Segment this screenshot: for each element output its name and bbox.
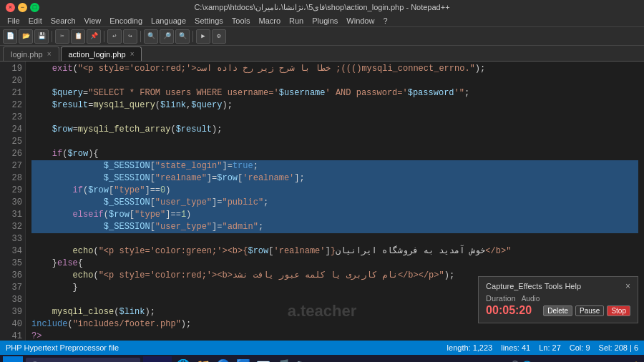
taskbar-app-2[interactable]: 🌐 <box>175 357 192 362</box>
menu-tools[interactable]: Tools <box>228 14 255 26</box>
code-line-41: ?> <box>31 331 638 341</box>
code-line-30: $_SESSION["user_type"]="public"; <box>31 197 638 209</box>
float-panel-duration-row: Duration Audio <box>486 294 630 303</box>
code-line-32: $_SESSION["user_type"]="admin"; <box>31 221 638 233</box>
close-button[interactable]: × <box>6 3 15 12</box>
menu-settings[interactable]: Settings <box>190 14 228 26</box>
taskbar-app-4[interactable]: 🔵 <box>215 357 232 362</box>
toolbar-cut[interactable]: ✂ <box>55 29 69 44</box>
float-panel-close-button[interactable]: × <box>625 281 630 291</box>
status-left: PHP Hypertext Preprocessor file <box>6 343 119 352</box>
status-sel: Sel: 208 | 6 <box>599 343 638 352</box>
toolbar-run[interactable]: ▶ <box>196 29 210 44</box>
code-line-20 <box>31 75 638 87</box>
float-panel-controls-row: 00:05:20 Delete Pause Stop <box>486 304 630 317</box>
toolbar-sep1 <box>52 31 52 42</box>
code-line-24: $row=mysqli_fetch_array($result); <box>31 124 638 136</box>
toolbar-open[interactable]: 📂 <box>19 29 33 44</box>
status-col: Col: 9 <box>570 343 590 352</box>
tab-action-login-label: action_login.php <box>69 50 126 59</box>
code-line-27: $_SESSION["state_login"]=true; <box>31 160 638 172</box>
menu-view[interactable]: View <box>80 14 106 26</box>
status-filetype: PHP Hypertext Preprocessor file <box>6 343 119 352</box>
tab-action-login-close[interactable]: × <box>130 50 135 58</box>
menubar: File Edit Search View Encoding Language … <box>0 14 644 27</box>
toolbar-settings[interactable]: ⚙ <box>212 29 226 44</box>
code-line-23 <box>31 112 638 124</box>
tab-login-label: login.php <box>11 50 43 59</box>
status-lines: lines: 41 <box>501 343 530 352</box>
code-line-19: exit("<p style='color:red;'>.mysqli_conn… <box>31 63 638 75</box>
toolbar-save[interactable]: 💾 <box>34 29 49 44</box>
toolbar-find[interactable]: 🔍 <box>144 29 158 44</box>
delete-button[interactable]: Delete <box>543 305 572 316</box>
maximize-button[interactable]: □ <box>30 3 39 12</box>
menu-language[interactable]: Language <box>147 14 190 26</box>
taskbar-app-3[interactable]: 📁 <box>195 357 212 362</box>
menu-help[interactable]: ? <box>379 14 391 26</box>
tabbar: login.php × action_login.php × <box>0 46 644 62</box>
menu-macro[interactable]: Macro <box>254 14 285 26</box>
toolbar-zoom-out[interactable]: 🔍 <box>175 29 190 44</box>
toolbar-sep4 <box>192 31 193 42</box>
toolbar-copy[interactable]: 📋 <box>71 29 85 44</box>
code-line-28: $_SESSION["realname"]=$row['realname']; <box>31 172 638 185</box>
taskbar-left: ⊞ 🔍 Type here to search NP++ 🌐 📁 🔵 🟦 <box>3 356 312 362</box>
float-panel: Capture_Effects Tools Help × Duration Au… <box>478 276 638 323</box>
taskbar: ⊞ 🔍 Type here to search NP++ 🌐 📁 🔵 🟦 <box>0 355 644 362</box>
toolbar-undo[interactable]: ↩ <box>107 29 122 44</box>
code-line-33 <box>31 233 638 245</box>
taskbar-app-7[interactable]: 🎵 <box>275 357 292 362</box>
code-line-35: }else{ <box>31 258 638 270</box>
float-panel-title: Capture_Effects Tools Help <box>486 282 581 290</box>
menu-plugins[interactable]: Plugins <box>308 14 342 26</box>
taskbar-app-6[interactable]: 📧 <box>255 357 272 362</box>
toolbar-redo[interactable]: ↪ <box>123 29 137 44</box>
toolbar-sep3 <box>140 31 141 42</box>
code-line-31: elseif($row["type"]==1) <box>31 209 638 221</box>
taskbar-app-1[interactable]: NP++ <box>143 356 172 362</box>
code-line-22: $result=mysqli_query($link,$query); <box>31 99 638 112</box>
toolbar: 📄 📂 💾 ✂ 📋 📌 ↩ ↪ 🔍 🔎 🔍 ▶ ⚙ <box>0 27 644 46</box>
duration-value: 00:05:20 <box>486 304 532 317</box>
toolbar-zoom-in[interactable]: 🔎 <box>160 29 174 44</box>
status-ln: Ln: 27 <box>539 343 561 352</box>
menu-run[interactable]: Run <box>285 14 308 26</box>
stop-button[interactable]: Stop <box>607 305 630 316</box>
minimize-button[interactable]: − <box>18 3 27 12</box>
code-line-21: $query="SELECT * FROM users WHERE userna… <box>31 87 638 99</box>
pause-button[interactable]: Pause <box>575 305 604 316</box>
line-numbers: 19 20 21 22 23 24 25 26 27 28 29 30 31 3… <box>0 62 26 341</box>
menu-window[interactable]: Window <box>342 14 379 26</box>
start-button[interactable]: ⊞ <box>3 356 23 362</box>
tab-login-close[interactable]: × <box>47 50 52 58</box>
audio-label: Audio <box>522 295 540 303</box>
code-line-34: echo("<p style='color:green;'><b>{$row['… <box>31 245 638 258</box>
menu-edit[interactable]: Edit <box>24 14 47 26</box>
statusbar: PHP Hypertext Preprocessor file length: … <box>0 341 644 355</box>
duration-label: Duration <box>486 294 516 303</box>
window-title: C:\xampp\htdocs\فای5\،نژانشا\،نامیران\sh… <box>49 3 595 12</box>
menu-file[interactable]: File <box>3 14 24 26</box>
code-line-29: if($row["type"]==0) <box>31 185 638 197</box>
menu-encoding[interactable]: Encoding <box>105 14 147 26</box>
toolbar-paste[interactable]: 📌 <box>87 29 101 44</box>
search-box[interactable]: 🔍 Type here to search <box>26 358 140 362</box>
code-line-25 <box>31 136 638 148</box>
taskbar-app-5[interactable]: 🟦 <box>235 357 252 362</box>
code-line-26: if($row){ <box>31 148 638 160</box>
tab-login[interactable]: login.php × <box>3 47 59 61</box>
status-length: length: 1,223 <box>447 343 493 352</box>
tab-action-login[interactable]: action_login.php × <box>61 47 142 61</box>
taskbar-app-8[interactable]: 📷 <box>295 357 312 362</box>
status-right: length: 1,223 lines: 41 Ln: 27 Col: 9 Se… <box>447 343 638 352</box>
menu-search[interactable]: Search <box>47 14 80 26</box>
toolbar-sep2 <box>104 31 104 42</box>
titlebar: × − □ C:\xampp\htdocs\فای5\،نژانشا\،نامی… <box>0 0 644 14</box>
toolbar-new[interactable]: 📄 <box>3 29 17 44</box>
